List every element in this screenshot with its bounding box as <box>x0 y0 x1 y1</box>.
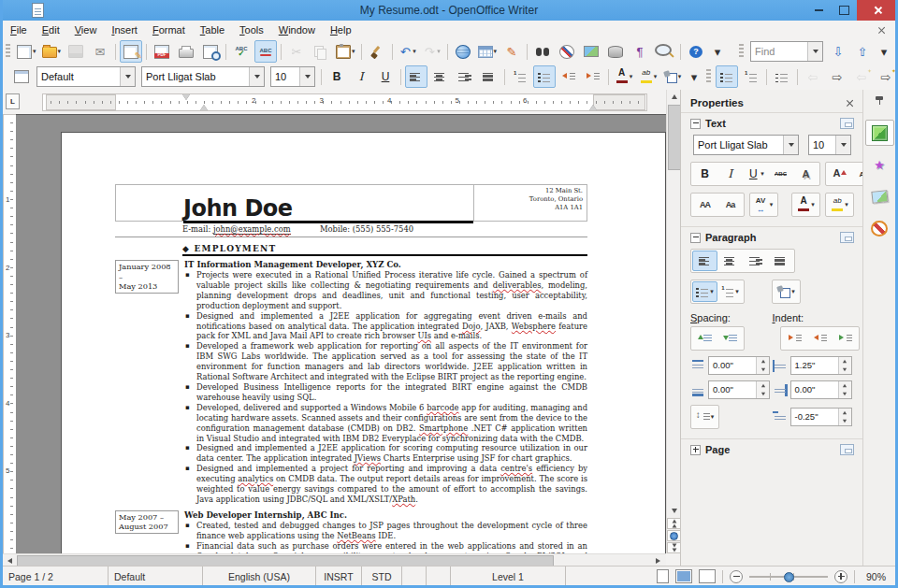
next-page-button[interactable] <box>667 542 681 553</box>
paragraph-style-select[interactable]: Default <box>36 66 136 87</box>
menu-help[interactable]: Help <box>323 22 359 37</box>
maximize-button[interactable] <box>832 0 857 21</box>
undo-button[interactable]: ↶▾ <box>397 40 419 63</box>
text-more-options-button[interactable] <box>840 118 854 129</box>
background-color-button[interactable]: ▾ <box>661 65 684 88</box>
align-justify-button[interactable] <box>478 65 500 88</box>
above-paragraph-spacing-field[interactable]: 0.00" <box>708 356 770 375</box>
sidebar-highlighting-dropdown-icon[interactable]: ▾ <box>845 201 848 208</box>
switch-indent-button[interactable] <box>833 328 858 349</box>
font-name-select-dropdown-icon[interactable] <box>249 67 264 86</box>
sidebar-bullet-list-button[interactable]: ▾ <box>692 281 717 302</box>
auto-spellcheck-button[interactable] <box>254 40 277 63</box>
view-book-button[interactable] <box>699 569 716 583</box>
find-input[interactable]: Find <box>750 41 823 62</box>
decrease-indent-button[interactable] <box>558 65 580 88</box>
spinner[interactable] <box>838 357 851 374</box>
align-center-button[interactable] <box>429 65 452 88</box>
undo-dropdown-icon[interactable]: ▾ <box>413 48 416 55</box>
toolbar-grip[interactable] <box>706 69 711 84</box>
menu-window[interactable]: Window <box>271 22 323 37</box>
previous-page-button[interactable] <box>667 518 681 529</box>
sidebar-underline-button[interactable]: U▾ <box>743 164 768 184</box>
open-button[interactable]: ▾ <box>40 40 64 63</box>
paragraph-background-color-dropdown-icon[interactable]: ▾ <box>791 288 795 295</box>
increase-font-size-button[interactable] <box>827 164 852 184</box>
tab-styles-and-formatting-button[interactable]: ★ <box>865 151 894 178</box>
sidebar-menu-icon[interactable] <box>874 95 885 107</box>
bullets-on-off-button[interactable] <box>716 65 738 88</box>
gallery-button[interactable] <box>580 40 602 63</box>
zoom-out-button[interactable] <box>730 570 743 583</box>
spinner[interactable] <box>756 381 769 398</box>
right-indent-marker[interactable] <box>589 105 597 110</box>
spellcheck-button[interactable] <box>230 40 253 63</box>
numbering-on-off-button[interactable] <box>740 65 762 88</box>
lowercase-button[interactable]: Aa <box>717 194 743 215</box>
menu-edit[interactable]: Edit <box>35 22 67 37</box>
new-document-button[interactable]: ▾ <box>15 40 38 63</box>
cut-button[interactable]: ✂ <box>285 40 308 63</box>
demote-with-subpoints-button[interactable]: ⇨✦ <box>875 65 897 88</box>
close-document-icon[interactable] <box>877 26 886 35</box>
paste-dropdown-icon[interactable]: ▾ <box>352 48 355 55</box>
numbered-list-button[interactable] <box>509 65 531 88</box>
first-line-indent-field[interactable]: -0.25" <box>790 408 852 426</box>
paragraph-more-options-button[interactable] <box>840 232 854 243</box>
font-color-dropdown-icon[interactable]: ▾ <box>630 73 633 80</box>
highlighting-dropdown-icon[interactable]: ▾ <box>654 73 658 80</box>
insert-table-dropdown-icon[interactable]: ▾ <box>494 48 498 55</box>
italic-button[interactable]: I <box>350 65 372 88</box>
zoom-button[interactable] <box>653 40 676 63</box>
zoom-slider-thumb[interactable] <box>784 572 794 582</box>
sidebar-font-color-button[interactable]: ▾ <box>793 194 818 215</box>
para-align-justify-button[interactable] <box>768 251 793 271</box>
expand-page-section-icon[interactable] <box>690 445 701 455</box>
line-spacing-button[interactable]: ▾ <box>692 407 717 427</box>
sidebar-italic-button[interactable]: I <box>717 164 743 184</box>
status-digital-signature[interactable] <box>427 566 451 586</box>
minimize-button[interactable] <box>806 0 832 21</box>
spinner[interactable] <box>756 357 769 374</box>
spinner[interactable] <box>838 381 851 398</box>
font-size-select[interactable]: 10 <box>270 66 315 87</box>
bold-button[interactable]: B <box>326 65 348 88</box>
print-button[interactable] <box>175 40 197 63</box>
increase-indent-button[interactable] <box>582 65 604 88</box>
status-page-indicator[interactable]: Page 1 / 2 <box>3 566 109 586</box>
new-document-dropdown-icon[interactable]: ▾ <box>33 48 36 55</box>
sidebar-numbered-list-button[interactable]: ▾ <box>717 281 743 302</box>
zoom-in-button[interactable] <box>834 570 847 583</box>
copy-button[interactable] <box>310 40 332 63</box>
increase-paragraph-spacing-button[interactable] <box>692 328 717 349</box>
find-next-button[interactable]: ⇩ <box>827 40 849 63</box>
character-spacing-button[interactable]: ▾ <box>751 194 776 215</box>
align-right-button[interactable] <box>454 65 476 88</box>
nonprinting-characters-button[interactable]: ¶ <box>629 40 651 63</box>
find-dropdown-icon[interactable] <box>807 42 822 61</box>
insert-table-button[interactable]: ▾ <box>476 40 500 63</box>
email-document-button[interactable]: ✉ <box>89 40 111 63</box>
before-text-indent-field[interactable]: 1.25" <box>790 356 852 375</box>
show-draw-functions-button[interactable]: ✎ <box>500 40 523 63</box>
line-spacing-dropdown-icon[interactable]: ▾ <box>711 413 715 421</box>
sidebar-font-name-select[interactable]: Port Lligat Slab <box>693 135 799 155</box>
status-language[interactable]: English (USA) <box>203 566 316 586</box>
sidebar-highlighting-button[interactable]: ▾ <box>827 194 852 215</box>
font-color-button[interactable]: ▾ <box>613 65 635 88</box>
highlighting-button[interactable]: ▾ <box>637 65 659 88</box>
sidebar-close-icon[interactable] <box>846 99 854 108</box>
paragraph-style-select-dropdown-icon[interactable] <box>120 67 135 86</box>
vertical-scrollbar-thumb[interactable] <box>668 105 681 170</box>
font-name-select[interactable]: Port Lligat Slab <box>141 66 265 87</box>
menu-format[interactable]: Format <box>145 22 193 37</box>
below-paragraph-spacing-field[interactable]: 0.00" <box>708 380 770 399</box>
horizontal-scrollbar[interactable] <box>3 553 666 566</box>
status-page-style[interactable]: Default <box>109 566 203 586</box>
left-indent-marker[interactable] <box>200 105 208 110</box>
navigator-button[interactable] <box>556 40 578 63</box>
tab-stop-selector[interactable]: L <box>6 93 20 109</box>
para-align-left-button[interactable] <box>692 251 717 271</box>
export-pdf-button[interactable] <box>151 40 173 63</box>
sidebar-increase-indent-button[interactable] <box>782 328 807 349</box>
